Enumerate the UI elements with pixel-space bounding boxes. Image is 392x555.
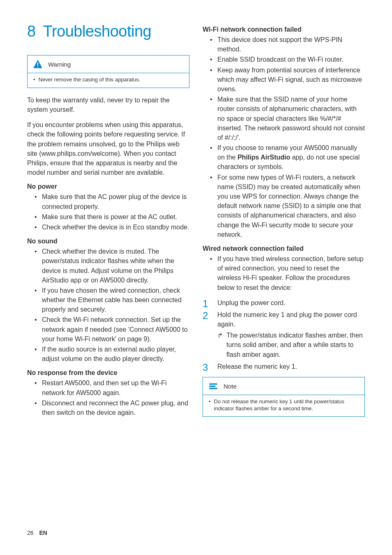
chapter-number: 8 (27, 23, 36, 40)
wired-failed-intro-list: If you have tried wireless connection, b… (203, 254, 365, 292)
list-item: Check whether the device is muted. The p… (35, 247, 189, 285)
list-item: Make sure that there is power at the AC … (35, 212, 189, 222)
svg-rect-0 (37, 62, 38, 66)
list-item: If you have tried wireless connection, b… (210, 254, 365, 292)
page-footer: 26 EN (27, 530, 47, 536)
list-item: Check whether the device is in Eco stand… (35, 222, 189, 232)
warning-icon (32, 59, 43, 69)
note-body: • Do not release the numeric key 1 until… (203, 395, 364, 416)
warning-text: Never remove the casing of this apparatu… (39, 76, 141, 83)
svg-rect-2 (209, 384, 217, 385)
list-item: If the audio source is an external audio… (35, 345, 189, 363)
chapter-title: 8Troubleshooting (27, 23, 189, 40)
no-power-heading: No power (27, 183, 189, 190)
note-icon (208, 381, 219, 391)
chapter-title-text: Troubleshooting (43, 23, 152, 40)
step-item: 3Release the numeric key 1. (203, 362, 365, 371)
list-item: Enable SSID broadcast on the Wi-Fi route… (210, 55, 365, 64)
step-result: The power/status indicator flashes amber… (217, 331, 365, 359)
no-power-list: Make sure that the AC power plug of the … (27, 192, 189, 232)
list-item: Check the Wi-Fi network connection. Set … (35, 315, 189, 344)
step-item: 2Hold the numeric key 1 and plug the pow… (203, 310, 365, 359)
list-item: If you have chosen the wired connection,… (35, 286, 189, 314)
page-number: 26 (27, 530, 34, 536)
warning-callout: Warning • Never remove the casing of thi… (27, 55, 189, 88)
note-text: Do not release the numeric key 1 until t… (214, 398, 359, 412)
list-item: Disconnect and reconnect the AC power pl… (35, 398, 189, 417)
warning-header: Warning (28, 56, 189, 73)
svg-rect-4 (209, 388, 217, 389)
list-item: If you choose to rename your AW5000 manu… (210, 143, 365, 172)
intro-paragraph-2: If you encounter problems when using thi… (27, 120, 189, 177)
wired-failed-heading: Wired network connection failed (203, 245, 365, 252)
wired-failed-steps: 1Unplug the power cord. 2Hold the numeri… (203, 298, 365, 371)
list-item: Restart AW5000, and then set up the Wi-F… (35, 378, 189, 397)
warning-body: • Never remove the casing of this appara… (28, 73, 189, 88)
app-name: Philips AirStudio (238, 154, 290, 161)
no-response-heading: No response from the device (27, 369, 189, 377)
list-item: For some new types of Wi-Fi routers, a n… (210, 173, 365, 239)
step-item: 1Unplug the power cord. (203, 298, 365, 308)
no-sound-list: Check whether the device is muted. The p… (27, 247, 189, 363)
language-code: EN (39, 530, 47, 536)
list-item: This device does not support the WPS-PIN… (210, 35, 365, 54)
note-callout: Note • Do not release the numeric key 1 … (203, 377, 365, 417)
list-item: Keep away from potential sources of inte… (210, 65, 365, 94)
svg-rect-1 (37, 66, 38, 67)
warning-label: Warning (48, 61, 71, 68)
intro-paragraph-1: To keep the warranty valid, never try to… (27, 95, 189, 114)
note-header: Note (203, 377, 364, 395)
note-label: Note (224, 383, 237, 390)
list-item: Make sure that the AC power plug of the … (35, 192, 189, 211)
wifi-failed-list: This device does not support the WPS-PIN… (203, 35, 365, 239)
svg-rect-3 (209, 386, 215, 387)
wifi-failed-heading: Wi-Fi network connection failed (203, 26, 365, 33)
list-item: Make sure that the SSID name of your hom… (210, 95, 365, 142)
no-response-list: Restart AW5000, and then set up the Wi-F… (27, 378, 189, 417)
no-sound-heading: No sound (27, 238, 189, 245)
